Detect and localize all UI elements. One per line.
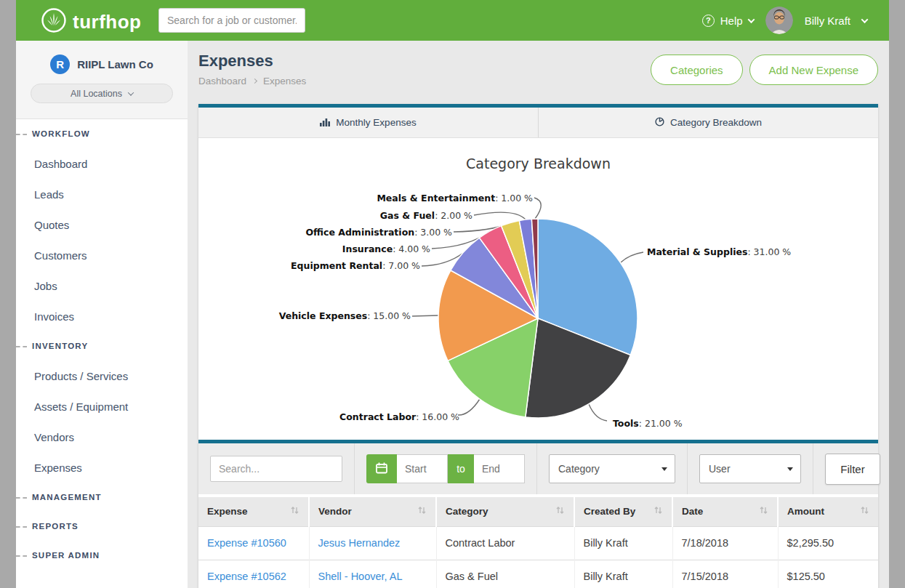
bar-chart-icon — [320, 117, 330, 129]
category-select[interactable]: Category — [549, 454, 675, 483]
expense-link[interactable]: Expense #10560 — [207, 537, 286, 549]
nav-section-reports[interactable]: REPORTS — [16, 512, 188, 541]
sort-icon[interactable] — [860, 506, 869, 517]
column-header-expense[interactable]: Expense — [198, 497, 309, 526]
help-label: Help — [720, 15, 743, 27]
vendor-link[interactable]: Jesus Hernandez — [318, 537, 401, 549]
column-header-amount[interactable]: Amount — [778, 497, 878, 526]
help-menu[interactable]: ? Help — [702, 15, 754, 27]
date-start-input[interactable] — [397, 454, 448, 483]
table-panel: to Category User F — [198, 440, 878, 588]
user-select[interactable]: User — [699, 454, 801, 483]
column-header-category[interactable]: Category — [436, 497, 574, 526]
chevron-down-icon — [747, 16, 755, 23]
app-window: turfhop ? Help — [0, 0, 905, 588]
nav-section-super-admin[interactable]: SUPER ADMIN — [16, 541, 188, 570]
categories-button[interactable]: Categories — [651, 55, 743, 85]
column-header-date[interactable]: Date — [672, 497, 778, 526]
category-cell: Contract Labor — [436, 526, 574, 560]
table-search-input[interactable] — [210, 456, 342, 482]
left-gutter — [0, 0, 16, 588]
sort-icon[interactable] — [290, 506, 299, 517]
chevron-right-icon — [252, 78, 257, 84]
dash-icon — [16, 526, 27, 528]
category-cell: Gas & Fuel — [436, 560, 574, 588]
category-select-value: Category — [558, 463, 600, 475]
sidebar-item-dashboard[interactable]: Dashboard — [16, 148, 188, 179]
date-end-input[interactable] — [474, 454, 525, 483]
pie-svg — [198, 138, 878, 440]
calendar-icon — [375, 462, 388, 477]
sort-icon[interactable] — [653, 506, 663, 517]
vendor-link[interactable]: Shell - Hoover, AL — [318, 571, 403, 582]
nav-section-workflow: WORKFLOW — [16, 119, 188, 148]
chevron-down-icon[interactable] — [861, 16, 869, 23]
pie-label-material-supplies: Material & Supplies: 31.00 % — [647, 246, 791, 257]
sort-icon[interactable] — [555, 506, 565, 517]
sidebar-item-customers[interactable]: Customers — [16, 240, 188, 270]
pie-label-insurance: Insurance: 4.00 % — [342, 243, 430, 254]
sidebar-item-expenses[interactable]: Expenses — [16, 452, 188, 483]
filter-button[interactable]: Filter — [825, 454, 880, 485]
table-header-row: Expense Vendor Category Created By Date … — [198, 497, 878, 526]
sidebar-nav: WORKFLOW Dashboard Leads Quotes Customer… — [16, 119, 188, 570]
add-new-expense-button[interactable]: Add New Expense — [749, 55, 878, 85]
pie-label-contract-labor: Contract Labor: 16.00 % — [339, 411, 459, 422]
expense-table-wrap: Expense Vendor Category Created By Date … — [198, 494, 878, 588]
user-avatar[interactable] — [765, 7, 793, 34]
tab-monthly-expenses[interactable]: Monthly Expenses — [198, 108, 539, 137]
column-header-created-by[interactable]: Created By — [574, 497, 672, 526]
brand-logo[interactable]: turfhop — [41, 7, 141, 36]
sidebar-item-vendors[interactable]: Vendors — [16, 422, 188, 452]
sidebar-item-invoices[interactable]: Invoices — [16, 301, 188, 331]
column-header-vendor[interactable]: Vendor — [309, 497, 436, 526]
filter-search-cell — [198, 443, 355, 494]
tab-category-breakdown[interactable]: Category Breakdown — [539, 108, 878, 137]
sort-icon[interactable] — [417, 506, 427, 517]
pie-label-meals-entertainment: Meals & Entertainment: 1.00 % — [377, 193, 533, 204]
calendar-button[interactable] — [366, 454, 397, 483]
breadcrumb-dashboard[interactable]: Dashboard — [198, 76, 246, 86]
pie-label-equipment-rental: Equipment Rental: 7.00 % — [291, 260, 420, 271]
amount-cell: $2,295.50 — [778, 526, 878, 560]
location-selector-label: All Locations — [71, 89, 122, 99]
help-icon: ? — [702, 15, 715, 27]
grass-logo-icon — [41, 7, 67, 36]
date-cell: 7/18/2018 — [672, 526, 778, 560]
chart-tabs: Monthly Expenses Category Breakdown — [198, 108, 878, 138]
sidebar-item-assets-equipment[interactable]: Assets / Equipment — [16, 391, 188, 422]
global-search-input[interactable] — [158, 8, 305, 33]
sidebar-item-jobs[interactable]: Jobs — [16, 270, 188, 301]
sidebar-company-section: R RIIPL Lawn Co All Locations — [16, 41, 188, 119]
company-name: RIIPL Lawn Co — [77, 58, 153, 71]
brand-name: turfhop — [73, 11, 141, 33]
sidebar-item-products-services[interactable]: Products / Services — [16, 361, 188, 391]
pie-chart: Category Breakdown — [198, 138, 878, 440]
dash-icon — [16, 497, 27, 499]
pie-label-vehicle-expenses: Vehicle Expenses: 15.00 % — [279, 310, 411, 321]
created-by-cell: Billy Kraft — [574, 560, 672, 588]
amount-cell: $125.50 — [778, 560, 878, 588]
filter-date-cell: to — [355, 443, 537, 494]
sidebar-item-leads[interactable]: Leads — [16, 179, 188, 209]
dash-icon — [16, 555, 27, 557]
pie-label-tools: Tools: 21.00 % — [613, 418, 683, 429]
main-content: Expenses Dashboard Expenses Categories A… — [188, 41, 889, 588]
expense-link[interactable]: Expense #10562 — [207, 571, 286, 582]
table-row: Expense #10562 Shell - Hoover, AL Gas & … — [198, 560, 878, 588]
filter-bar: to Category User F — [198, 443, 878, 494]
caret-down-icon — [661, 467, 667, 471]
chevron-down-icon — [128, 89, 134, 95]
dash-icon — [16, 346, 27, 347]
nav-section-management[interactable]: MANAGEMENT — [16, 483, 188, 512]
dash-icon — [16, 134, 27, 135]
company-logo: R — [50, 55, 70, 74]
breadcrumb-expenses: Expenses — [263, 76, 306, 86]
location-selector[interactable]: All Locations — [31, 84, 173, 103]
sort-icon[interactable] — [759, 506, 768, 517]
sidebar: R RIIPL Lawn Co All Locations WORKFLOW D… — [16, 41, 188, 588]
user-name[interactable]: Billy Kraft — [805, 15, 850, 27]
sidebar-item-quotes[interactable]: Quotes — [16, 209, 188, 240]
pie-label-gas-fuel: Gas & Fuel: 2.00 % — [380, 210, 472, 221]
created-by-cell: Billy Kraft — [574, 526, 672, 560]
